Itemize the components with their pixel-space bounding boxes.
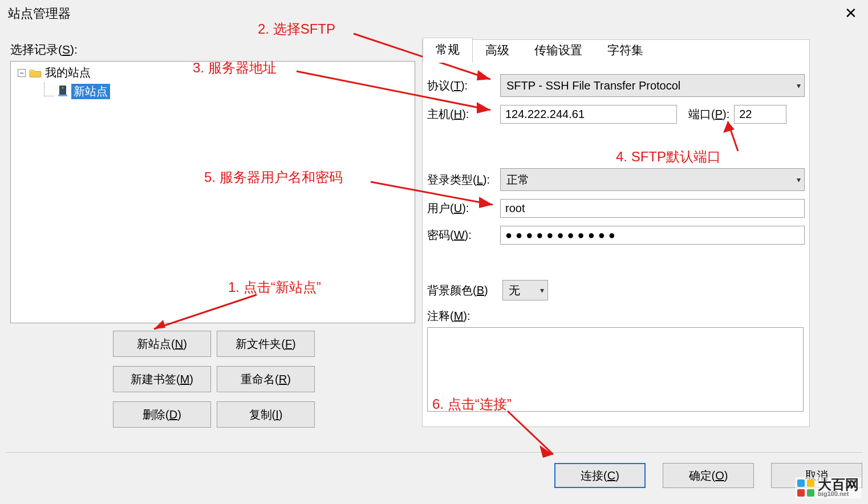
- tab-general[interactable]: 常规: [423, 38, 473, 63]
- tab-charset[interactable]: 字符集: [595, 39, 656, 63]
- tree-root-label: 我的站点: [45, 65, 91, 80]
- port-input[interactable]: [734, 105, 786, 124]
- watermark: 大百网 big100.net: [795, 477, 861, 498]
- dialog-buttons: 连接(C) 确定(O) 取消: [6, 452, 862, 488]
- watermark-text: 大百网: [818, 478, 859, 491]
- bg-color-select[interactable]: 无 ▾: [502, 280, 548, 300]
- copy-button[interactable]: 复制(I): [217, 401, 315, 428]
- tab-transfer[interactable]: 传输设置: [522, 39, 595, 63]
- connect-button[interactable]: 连接(C): [554, 463, 646, 488]
- watermark-logo-icon: [797, 479, 814, 497]
- logon-type-select[interactable]: 正常 ▾: [500, 168, 805, 191]
- password-label: 密码(W):: [427, 227, 500, 243]
- new-bookmark-button[interactable]: 新建书签(M): [113, 366, 211, 392]
- settings-panel: 常规 高级 传输设置 字符集 协议(T): SFTP - SSH File Tr…: [422, 39, 810, 427]
- svg-rect-0: [59, 86, 66, 95]
- protocol-select[interactable]: SFTP - SSH File Transfer Protocol ▾: [500, 74, 805, 97]
- notes-label: 注释(M):: [427, 310, 470, 322]
- user-label: 用户(U):: [427, 201, 500, 216]
- tree-site-row[interactable]: 新站点: [42, 82, 415, 101]
- annotation-1: 1. 点击“新站点”: [228, 278, 321, 296]
- close-icon[interactable]: ✕: [839, 5, 862, 23]
- user-input[interactable]: [500, 199, 805, 218]
- logon-type-label: 登录类型(L):: [427, 172, 500, 188]
- server-icon: [58, 86, 68, 97]
- tree-line: [44, 83, 54, 96]
- select-record-label: 选择记录(S):: [10, 42, 78, 58]
- svg-rect-2: [58, 95, 67, 96]
- protocol-label: 协议(T):: [427, 78, 500, 94]
- svg-point-1: [62, 87, 64, 89]
- tree-site-label: 新站点: [71, 84, 110, 99]
- chevron-down-icon: ▾: [797, 81, 801, 90]
- rename-button[interactable]: 重命名(R): [217, 366, 315, 392]
- annotation-6: 6. 点击“连接”: [432, 395, 512, 413]
- annotation-5: 5. 服务器用户名和密码: [204, 168, 343, 186]
- window-title: 站点管理器: [8, 5, 71, 22]
- annotation-4: 4. SFTP默认端口: [616, 148, 721, 166]
- annotation-3: 3. 服务器地址: [193, 59, 277, 77]
- delete-button[interactable]: 删除(D): [113, 401, 211, 428]
- host-label: 主机(H):: [427, 107, 500, 122]
- chevron-down-icon: ▾: [540, 286, 544, 295]
- folder-icon: [29, 68, 42, 78]
- new-folder-button[interactable]: 新文件夹(F): [217, 331, 315, 357]
- password-input[interactable]: [500, 226, 805, 245]
- chevron-down-icon: ▾: [797, 175, 801, 184]
- tabs: 常规 高级 传输设置 字符集: [423, 39, 809, 63]
- port-label: 端口(P):: [688, 107, 729, 122]
- ok-button[interactable]: 确定(O): [663, 463, 754, 488]
- tree-expander-icon[interactable]: −: [18, 69, 26, 77]
- host-input[interactable]: [500, 105, 677, 124]
- bg-color-label: 背景颜色(B): [427, 283, 502, 298]
- site-tree[interactable]: − 我的站点 新站点: [10, 61, 415, 323]
- new-site-button[interactable]: 新站点(N): [113, 331, 211, 357]
- annotation-2: 2. 选择SFTP: [258, 20, 335, 38]
- tab-advanced[interactable]: 高级: [473, 39, 522, 63]
